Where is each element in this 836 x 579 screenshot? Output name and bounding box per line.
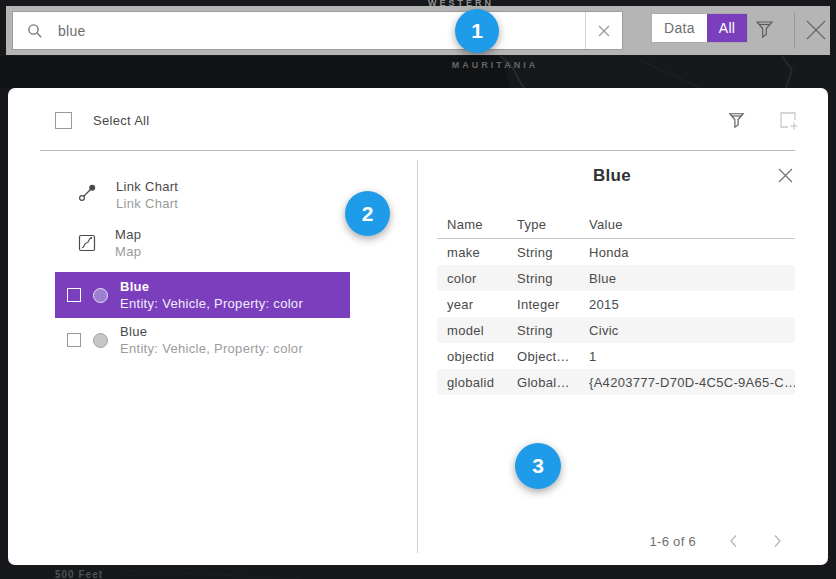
cell-value: 2015: [589, 297, 795, 312]
search-scope-toggle: Data All: [651, 13, 748, 43]
cell-type: Integer: [517, 297, 589, 312]
attributes-table: Name Type Value make String Honda color …: [437, 210, 795, 395]
app-window: WESTERN MAURITANIA 500 Feet Data All: [0, 0, 836, 579]
cell-value: 1: [589, 349, 795, 364]
map-scale-label: 500 Feet: [55, 569, 103, 579]
select-all-checkbox[interactable]: [55, 112, 72, 129]
result-subtitle: Entity: Vehicle, Property: color: [120, 295, 303, 312]
table-row: model String Civic: [437, 317, 795, 343]
result-title: Blue: [120, 278, 303, 295]
link-chart-icon: [78, 183, 97, 202]
result-checkbox[interactable]: [67, 288, 81, 302]
cell-value: {A4203777-D70D-4C5C-9A65-C…: [589, 375, 795, 390]
map-icon: [78, 234, 96, 252]
search-icon: [27, 23, 43, 39]
table-row: year Integer 2015: [437, 291, 795, 317]
table-row: color String Blue: [437, 265, 795, 291]
cell-value: Blue: [589, 271, 795, 286]
annotation-badge-2: 2: [345, 191, 390, 236]
filter-icon: [728, 111, 745, 129]
add-selection-icon: [779, 111, 799, 131]
search-input[interactable]: [56, 22, 585, 40]
close-icon: [805, 19, 827, 41]
select-all-row: Select All: [55, 112, 149, 129]
cell-name: globalid: [447, 375, 517, 390]
col-name: Name: [447, 217, 517, 232]
cell-type: String: [517, 323, 589, 338]
panel-vertical-divider: [417, 160, 418, 553]
filter-icon: [755, 19, 774, 39]
annotation-badge-3: 3: [515, 443, 561, 489]
cell-name: model: [447, 323, 517, 338]
pagination-label: 1-6 of 6: [650, 534, 696, 549]
col-value: Value: [589, 217, 795, 232]
table-row: objectid Object… 1: [437, 343, 795, 369]
search-results-panel: Select All Link Chart Link Ch: [8, 88, 828, 565]
cell-name: make: [447, 245, 517, 260]
chevron-right-icon: [773, 534, 782, 548]
result-subtitle: Entity: Vehicle, Property: color: [120, 340, 303, 357]
close-search-button[interactable]: [805, 19, 827, 41]
result-subtitle: Link Chart: [116, 195, 178, 212]
results-filter-button[interactable]: [728, 111, 745, 129]
filter-button[interactable]: [755, 19, 774, 39]
annotation-badge-1: 1: [455, 9, 499, 53]
entity-circle-icon: [93, 333, 108, 348]
cell-type: Object…: [517, 349, 589, 364]
cell-name: color: [447, 271, 517, 286]
col-type: Type: [517, 217, 589, 232]
result-title: Map: [115, 226, 141, 243]
result-item-map[interactable]: Map Map: [78, 226, 141, 260]
result-title: Link Chart: [116, 178, 178, 195]
cell-name: objectid: [447, 349, 517, 364]
header-divider: [40, 150, 795, 151]
result-title: Blue: [120, 323, 303, 340]
cell-value: Honda: [589, 245, 795, 260]
chevron-left-icon: [729, 534, 738, 548]
add-selection-button[interactable]: [779, 111, 799, 131]
map-label-mauritania: MAURITANIA: [440, 60, 550, 70]
cell-name: year: [447, 297, 517, 312]
table-header: Name Type Value: [437, 210, 795, 239]
toolbar-divider: [794, 12, 795, 49]
result-item-link-chart[interactable]: Link Chart Link Chart: [78, 178, 178, 212]
cell-value: Civic: [589, 323, 795, 338]
cell-type: Global…: [517, 375, 589, 390]
clear-search-button[interactable]: [585, 12, 622, 49]
close-icon: [778, 168, 793, 183]
detail-title: Blue: [437, 166, 787, 186]
table-row: make String Honda: [437, 239, 795, 265]
previous-page-button[interactable]: [727, 532, 740, 550]
result-subtitle: Map: [115, 243, 141, 260]
search-box: [12, 11, 623, 50]
search-input-wrap: [13, 12, 585, 49]
search-toolbar: Data All: [6, 6, 830, 55]
toggle-data-option[interactable]: Data: [652, 14, 707, 42]
result-checkbox[interactable]: [67, 333, 81, 347]
detail-close-button[interactable]: [778, 168, 793, 183]
table-row: globalid Global… {A4203777-D70D-4C5C-9A6…: [437, 369, 795, 395]
cell-type: String: [517, 245, 589, 260]
toggle-all-option[interactable]: All: [707, 14, 747, 42]
entity-circle-icon: [93, 288, 108, 303]
select-all-label: Select All: [93, 113, 149, 128]
next-page-button[interactable]: [771, 532, 784, 550]
clear-icon: [598, 25, 610, 37]
result-item-blue-selected[interactable]: Blue Entity: Vehicle, Property: color: [55, 272, 350, 318]
result-item-blue[interactable]: Blue Entity: Vehicle, Property: color: [55, 317, 350, 363]
cell-type: String: [517, 271, 589, 286]
pagination: 1-6 of 6: [650, 532, 784, 550]
